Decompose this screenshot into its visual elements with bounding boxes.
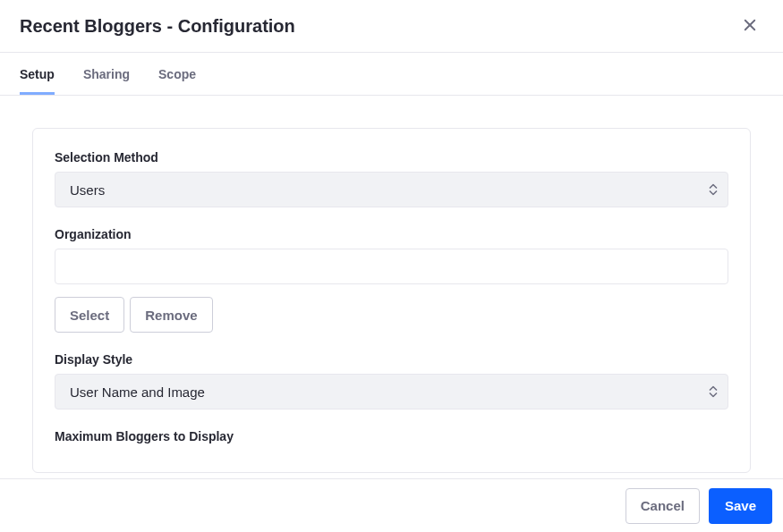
tab-setup[interactable]: Setup xyxy=(20,55,55,94)
selection-method-group: Selection Method Users xyxy=(55,150,728,207)
modal-body: Selection Method Users Organization Sele… xyxy=(0,96,783,478)
cancel-button[interactable]: Cancel xyxy=(626,488,700,524)
selection-method-label: Selection Method xyxy=(55,150,728,165)
max-bloggers-group: Maximum Bloggers to Display xyxy=(55,429,728,443)
select-button[interactable]: Select xyxy=(55,297,124,333)
modal-header: Recent Bloggers - Configuration xyxy=(0,0,783,53)
display-style-label: Display Style xyxy=(55,352,728,367)
close-button[interactable] xyxy=(736,12,763,41)
display-style-select-wrapper: User Name and Image xyxy=(55,374,728,410)
max-bloggers-label: Maximum Bloggers to Display xyxy=(55,429,728,443)
organization-group: Organization Select Remove xyxy=(55,227,728,333)
close-icon xyxy=(742,17,758,36)
selection-method-select[interactable]: Users xyxy=(55,172,728,207)
tab-scope[interactable]: Scope xyxy=(158,55,196,94)
modal-footer: Cancel Save xyxy=(0,478,783,532)
display-style-group: Display Style User Name and Image xyxy=(55,352,728,410)
modal-title: Recent Bloggers - Configuration xyxy=(20,16,295,37)
display-style-select[interactable]: User Name and Image xyxy=(55,374,728,410)
tab-bar: Setup Sharing Scope xyxy=(0,53,783,96)
setup-panel: Selection Method Users Organization Sele… xyxy=(32,128,751,473)
organization-label: Organization xyxy=(55,227,728,241)
selection-method-select-wrapper: Users xyxy=(55,172,728,207)
tab-sharing[interactable]: Sharing xyxy=(83,55,130,94)
remove-button[interactable]: Remove xyxy=(130,297,212,333)
save-button[interactable]: Save xyxy=(709,488,772,524)
organization-input[interactable] xyxy=(55,249,728,284)
organization-button-row: Select Remove xyxy=(55,297,728,333)
